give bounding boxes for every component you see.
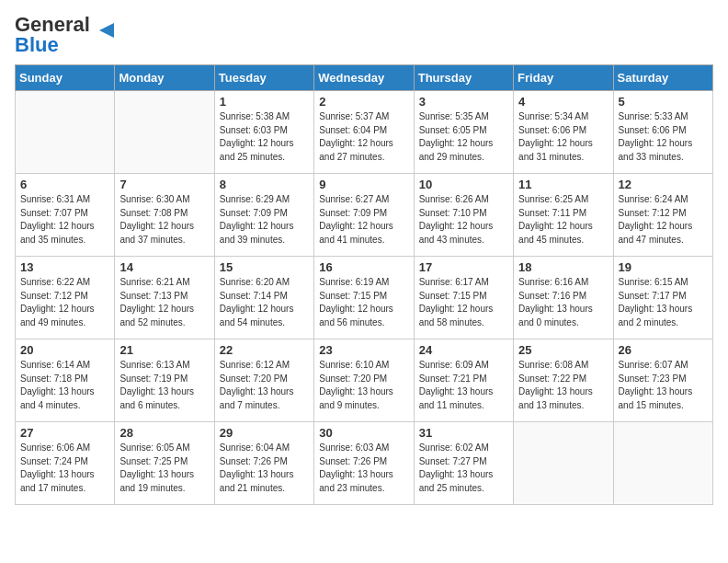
weekday-header-sunday: Sunday — [16, 65, 115, 91]
calendar-cell: 12Sunrise: 6:24 AM Sunset: 7:12 PM Dayli… — [613, 174, 712, 257]
day-info: Sunrise: 6:04 AM Sunset: 7:26 PM Dayligh… — [220, 442, 309, 495]
week-row-3: 20Sunrise: 6:14 AM Sunset: 7:18 PM Dayli… — [16, 339, 713, 422]
day-number: 16 — [319, 260, 408, 274]
day-info: Sunrise: 5:38 AM Sunset: 6:03 PM Dayligh… — [220, 110, 309, 164]
day-number: 20 — [20, 343, 109, 357]
day-info: Sunrise: 6:24 AM Sunset: 7:12 PM Dayligh… — [619, 193, 708, 247]
calendar-cell: 28Sunrise: 6:05 AM Sunset: 7:25 PM Dayli… — [115, 422, 214, 505]
day-number: 3 — [419, 95, 508, 109]
week-row-2: 13Sunrise: 6:22 AM Sunset: 7:12 PM Dayli… — [16, 257, 713, 339]
day-info: Sunrise: 6:03 AM Sunset: 7:26 PM Dayligh… — [319, 442, 408, 495]
calendar-cell: 15Sunrise: 6:20 AM Sunset: 7:14 PM Dayli… — [214, 257, 313, 339]
day-number: 11 — [518, 178, 608, 191]
calendar-cell — [16, 91, 115, 174]
day-info: Sunrise: 6:26 AM Sunset: 7:10 PM Dayligh… — [419, 193, 508, 247]
calendar-table: SundayMondayTuesdayWednesdayThursdayFrid… — [15, 64, 713, 505]
day-info: Sunrise: 6:02 AM Sunset: 7:27 PM Dayligh… — [419, 442, 508, 495]
weekday-header-saturday: Saturday — [613, 65, 712, 91]
day-number: 14 — [119, 260, 209, 274]
logo-text: General Blue — [15, 15, 90, 55]
day-number: 10 — [419, 178, 508, 191]
day-info: Sunrise: 6:29 AM Sunset: 7:09 PM Dayligh… — [220, 193, 309, 247]
day-number: 8 — [220, 178, 309, 191]
day-number: 1 — [220, 95, 309, 109]
calendar-cell: 9Sunrise: 6:27 AM Sunset: 7:09 PM Daylig… — [314, 174, 414, 257]
weekday-header-thursday: Thursday — [414, 65, 513, 91]
calendar-cell: 24Sunrise: 6:09 AM Sunset: 7:21 PM Dayli… — [414, 339, 513, 422]
logo-icon — [92, 16, 121, 45]
day-info: Sunrise: 6:31 AM Sunset: 7:07 PM Dayligh… — [20, 193, 109, 247]
calendar-cell: 11Sunrise: 6:25 AM Sunset: 7:11 PM Dayli… — [514, 174, 613, 257]
calendar-cell: 25Sunrise: 6:08 AM Sunset: 7:22 PM Dayli… — [514, 339, 613, 422]
weekday-header-tuesday: Tuesday — [214, 65, 313, 91]
calendar-cell: 1Sunrise: 5:38 AM Sunset: 6:03 PM Daylig… — [214, 91, 313, 174]
calendar-cell: 30Sunrise: 6:03 AM Sunset: 7:26 PM Dayli… — [314, 422, 414, 505]
calendar-cell: 10Sunrise: 6:26 AM Sunset: 7:10 PM Dayli… — [414, 174, 513, 257]
day-info: Sunrise: 6:15 AM Sunset: 7:17 PM Dayligh… — [619, 276, 708, 329]
calendar-cell: 8Sunrise: 6:29 AM Sunset: 7:09 PM Daylig… — [214, 174, 313, 257]
calendar-cell: 23Sunrise: 6:10 AM Sunset: 7:20 PM Dayli… — [314, 339, 414, 422]
calendar-cell — [613, 422, 712, 505]
day-info: Sunrise: 6:17 AM Sunset: 7:15 PM Dayligh… — [419, 276, 508, 329]
day-number: 4 — [518, 95, 608, 109]
calendar-cell — [115, 91, 214, 174]
calendar-cell: 22Sunrise: 6:12 AM Sunset: 7:20 PM Dayli… — [214, 339, 313, 422]
day-number: 24 — [419, 343, 508, 357]
day-number: 17 — [419, 260, 508, 274]
day-number: 22 — [220, 343, 309, 357]
calendar-cell: 21Sunrise: 6:13 AM Sunset: 7:19 PM Dayli… — [115, 339, 214, 422]
day-number: 28 — [119, 426, 209, 440]
day-number: 21 — [119, 343, 209, 357]
day-info: Sunrise: 6:13 AM Sunset: 7:19 PM Dayligh… — [119, 359, 209, 412]
calendar-cell: 4Sunrise: 5:34 AM Sunset: 6:06 PM Daylig… — [514, 91, 613, 174]
day-info: Sunrise: 6:25 AM Sunset: 7:11 PM Dayligh… — [518, 193, 608, 247]
day-number: 23 — [319, 343, 408, 357]
day-info: Sunrise: 5:35 AM Sunset: 6:05 PM Dayligh… — [419, 110, 508, 164]
week-row-4: 27Sunrise: 6:06 AM Sunset: 7:24 PM Dayli… — [16, 422, 713, 505]
day-number: 29 — [220, 426, 309, 440]
day-number: 9 — [319, 178, 408, 191]
day-info: Sunrise: 6:30 AM Sunset: 7:08 PM Dayligh… — [119, 193, 209, 247]
calendar-cell: 27Sunrise: 6:06 AM Sunset: 7:24 PM Dayli… — [16, 422, 115, 505]
day-info: Sunrise: 5:37 AM Sunset: 6:04 PM Dayligh… — [319, 110, 408, 164]
calendar-cell — [514, 422, 613, 505]
day-info: Sunrise: 6:22 AM Sunset: 7:12 PM Dayligh… — [20, 276, 109, 329]
calendar-cell: 2Sunrise: 5:37 AM Sunset: 6:04 PM Daylig… — [314, 91, 414, 174]
calendar-cell: 31Sunrise: 6:02 AM Sunset: 7:27 PM Dayli… — [414, 422, 513, 505]
week-row-0: 1Sunrise: 5:38 AM Sunset: 6:03 PM Daylig… — [16, 91, 713, 174]
day-info: Sunrise: 6:09 AM Sunset: 7:21 PM Dayligh… — [419, 359, 508, 412]
weekday-header-monday: Monday — [115, 65, 214, 91]
calendar-cell: 13Sunrise: 6:22 AM Sunset: 7:12 PM Dayli… — [16, 257, 115, 339]
day-number: 12 — [619, 178, 708, 191]
day-number: 6 — [20, 178, 109, 191]
svg-marker-0 — [99, 23, 114, 38]
day-number: 30 — [319, 426, 408, 440]
calendar-cell: 14Sunrise: 6:21 AM Sunset: 7:13 PM Dayli… — [115, 257, 214, 339]
day-number: 2 — [319, 95, 408, 109]
calendar-cell: 5Sunrise: 5:33 AM Sunset: 6:06 PM Daylig… — [613, 91, 712, 174]
day-info: Sunrise: 6:08 AM Sunset: 7:22 PM Dayligh… — [518, 359, 608, 412]
calendar-cell: 16Sunrise: 6:19 AM Sunset: 7:15 PM Dayli… — [314, 257, 414, 339]
logo-blue: Blue — [15, 33, 59, 56]
day-info: Sunrise: 6:12 AM Sunset: 7:20 PM Dayligh… — [220, 359, 309, 412]
weekday-header-wednesday: Wednesday — [314, 65, 414, 91]
day-number: 25 — [518, 343, 608, 357]
day-info: Sunrise: 6:21 AM Sunset: 7:13 PM Dayligh… — [119, 276, 209, 329]
day-number: 31 — [419, 426, 508, 440]
calendar-cell: 17Sunrise: 6:17 AM Sunset: 7:15 PM Dayli… — [414, 257, 513, 339]
calendar-cell: 7Sunrise: 6:30 AM Sunset: 7:08 PM Daylig… — [115, 174, 214, 257]
day-info: Sunrise: 5:33 AM Sunset: 6:06 PM Dayligh… — [619, 110, 708, 164]
day-number: 5 — [619, 95, 708, 109]
day-info: Sunrise: 6:27 AM Sunset: 7:09 PM Dayligh… — [319, 193, 408, 247]
calendar-cell: 20Sunrise: 6:14 AM Sunset: 7:18 PM Dayli… — [16, 339, 115, 422]
calendar-cell: 26Sunrise: 6:07 AM Sunset: 7:23 PM Dayli… — [613, 339, 712, 422]
calendar-cell: 29Sunrise: 6:04 AM Sunset: 7:26 PM Dayli… — [214, 422, 313, 505]
calendar-cell: 19Sunrise: 6:15 AM Sunset: 7:17 PM Dayli… — [613, 257, 712, 339]
day-info: Sunrise: 6:06 AM Sunset: 7:24 PM Dayligh… — [20, 442, 109, 495]
calendar-cell: 18Sunrise: 6:16 AM Sunset: 7:16 PM Dayli… — [514, 257, 613, 339]
day-info: Sunrise: 6:19 AM Sunset: 7:15 PM Dayligh… — [319, 276, 408, 329]
calendar-cell: 3Sunrise: 5:35 AM Sunset: 6:05 PM Daylig… — [414, 91, 513, 174]
day-number: 19 — [619, 260, 708, 274]
calendar-cell: 6Sunrise: 6:31 AM Sunset: 7:07 PM Daylig… — [16, 174, 115, 257]
day-number: 18 — [518, 260, 608, 274]
